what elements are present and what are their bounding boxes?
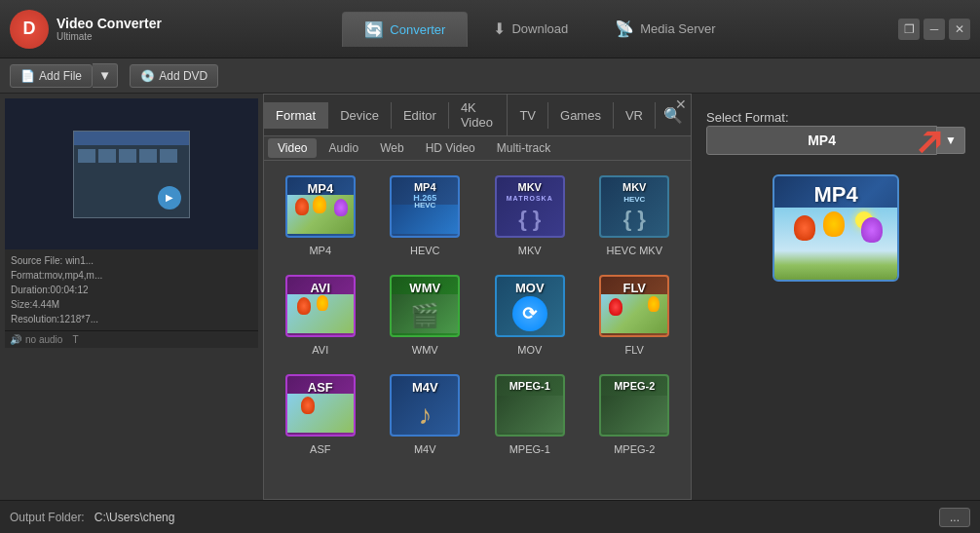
media-server-tab-label: Media Server bbox=[640, 21, 715, 36]
format-label-avi: AVI bbox=[312, 344, 328, 356]
right-panel: Select Format: MP4 ▼ ➔ MP4 bbox=[692, 94, 980, 500]
red-arrow: ➔ bbox=[904, 115, 955, 166]
format-item-hevc-mkv[interactable]: MKV HEVC { } HEVC MKV bbox=[586, 169, 684, 260]
format-item-wmv[interactable]: WMV 🎬 WMV bbox=[377, 268, 474, 360]
add-file-arrow[interactable]: ▼ bbox=[93, 63, 118, 88]
tab-4k-video[interactable]: 4K Video bbox=[449, 95, 509, 135]
format-icon-mpeg2: MPEG-2 bbox=[595, 371, 673, 439]
balloon-1 bbox=[794, 215, 815, 241]
mp4-big-image bbox=[774, 208, 897, 280]
select-format-label: Select Format: bbox=[706, 110, 789, 125]
add-dvd-label: Add DVD bbox=[159, 69, 207, 83]
add-file-icon: 📄 bbox=[20, 69, 35, 83]
title-bar: D Video Converter Ultimate 🔄 Converter ⬇… bbox=[0, 0, 980, 58]
format-label-m4v: M4V bbox=[414, 443, 436, 455]
toolbar: 📄 Add File ▼ 💿 Add DVD bbox=[0, 58, 980, 94]
tab-device[interactable]: Device bbox=[328, 102, 392, 129]
add-dvd-button[interactable]: 💿 Add DVD bbox=[130, 64, 218, 88]
browse-button[interactable]: ... bbox=[939, 508, 970, 527]
file-format: Format:mov,mp4,m... bbox=[11, 268, 252, 283]
format-grid: MP4 MP4 bbox=[272, 169, 683, 459]
subtab-hd-video[interactable]: HD Video bbox=[416, 138, 485, 158]
format-tabs-sub: Video Audio Web HD Video Multi-track bbox=[264, 136, 691, 161]
preview-play-button[interactable]: ▶ bbox=[158, 186, 181, 209]
add-file-label: Add File bbox=[39, 69, 82, 83]
app-title-main: Video Converter bbox=[57, 16, 162, 31]
format-item-mkv[interactable]: MKV MATROSKA { } MKV bbox=[481, 169, 579, 260]
thumb-item-5 bbox=[160, 149, 177, 163]
subtab-web[interactable]: Web bbox=[370, 138, 413, 158]
format-item-m4v[interactable]: M4V ♪ M4V bbox=[377, 367, 474, 459]
format-item-asf[interactable]: ASF ASF bbox=[272, 367, 369, 459]
download-icon: ⬇ bbox=[493, 19, 506, 38]
text-icon: T bbox=[72, 334, 78, 345]
tab-vr[interactable]: VR bbox=[614, 102, 656, 129]
source-file: Source File: win1... bbox=[11, 253, 252, 268]
mp4-big-icon: MP4 bbox=[773, 174, 899, 291]
mp4-big-base: MP4 bbox=[773, 174, 899, 282]
format-label-mp4: MP4 bbox=[309, 245, 331, 256]
converter-icon: 🔄 bbox=[364, 20, 384, 39]
balloon-scene bbox=[774, 208, 897, 280]
subtab-multitrack[interactable]: Multi-track bbox=[487, 138, 560, 158]
tab-format[interactable]: Format bbox=[264, 102, 328, 129]
tab-games[interactable]: Games bbox=[548, 102, 614, 129]
format-item-mp4[interactable]: MP4 MP4 bbox=[272, 169, 369, 260]
nav-tab-media-server[interactable]: 📡 Media Server bbox=[593, 12, 736, 47]
file-resolution: Resolution:1218*7... bbox=[11, 312, 252, 326]
preview-background: ▶ bbox=[5, 98, 258, 249]
format-icon-hevc: MP4 H.265 HEVC bbox=[386, 172, 464, 241]
left-panel: ▶ Source File: win1... Format:mov,mp4,m.… bbox=[0, 94, 263, 500]
format-selector-value: MP4 bbox=[706, 126, 937, 155]
file-size: Size:4.44M bbox=[11, 297, 252, 312]
format-item-avi[interactable]: AVI AVI bbox=[272, 268, 369, 360]
format-item-mpeg2[interactable]: MPEG-2 MPEG-2 bbox=[586, 367, 684, 459]
format-label-flv: FLV bbox=[625, 344, 644, 356]
file-duration: Duration:00:04:12 bbox=[11, 283, 252, 297]
format-item-mov[interactable]: MOV ⟳ MOV bbox=[481, 268, 579, 360]
converter-tab-label: Converter bbox=[390, 22, 445, 37]
output-folder-label: Output Folder: bbox=[10, 511, 85, 524]
thumb-item-1 bbox=[78, 149, 95, 163]
format-panel-close-button[interactable]: ✕ bbox=[675, 96, 687, 112]
format-label-mpeg1: MPEG-1 bbox=[509, 443, 550, 455]
app-title-sub: Ultimate bbox=[57, 31, 162, 42]
balloon-3 bbox=[861, 217, 883, 243]
subtab-audio[interactable]: Audio bbox=[319, 138, 368, 158]
format-icon-mpeg1: MPEG-1 bbox=[491, 371, 569, 439]
minimize-button[interactable]: ─ bbox=[923, 19, 945, 40]
mp4-big-label: MP4 bbox=[774, 176, 897, 208]
main-area: ▶ Source File: win1... Format:mov,mp4,m.… bbox=[0, 94, 980, 500]
preview-win-content bbox=[74, 145, 189, 167]
format-panel: ✕ Format Device Editor 4K Video TV Games… bbox=[263, 94, 692, 500]
media-server-icon: 📡 bbox=[615, 19, 634, 38]
preview-window-thumb: ▶ bbox=[73, 131, 190, 218]
audio-controls: 🔊 no audio T bbox=[5, 330, 258, 348]
format-item-hevc[interactable]: MP4 H.265 HEVC HEVC bbox=[377, 169, 474, 260]
format-label-mpeg2: MPEG-2 bbox=[614, 443, 655, 455]
close-button[interactable]: ✕ bbox=[949, 19, 970, 40]
format-icon-wmv: WMV 🎬 bbox=[386, 272, 464, 340]
format-icon-mp4: MP4 bbox=[282, 172, 359, 241]
tab-editor[interactable]: Editor bbox=[392, 102, 449, 129]
subtab-video[interactable]: Video bbox=[268, 138, 317, 158]
nav-tab-converter[interactable]: 🔄 Converter bbox=[342, 12, 468, 47]
format-icon-asf: ASF bbox=[282, 371, 359, 439]
add-file-button[interactable]: 📄 Add File bbox=[10, 64, 93, 88]
tab-tv[interactable]: TV bbox=[508, 102, 548, 129]
right-panel-inner: Select Format: MP4 ▼ ➔ MP4 bbox=[706, 108, 965, 291]
file-info: Source File: win1... Format:mov,mp4,m...… bbox=[5, 249, 258, 330]
format-label-mkv: MKV bbox=[518, 245, 542, 256]
window-controls: ❐ ─ ✕ bbox=[898, 19, 970, 40]
format-item-mpeg1[interactable]: MPEG-1 MPEG-1 bbox=[481, 367, 579, 459]
format-label-asf: ASF bbox=[310, 443, 330, 455]
output-folder-path: C:\Users\cheng bbox=[94, 511, 175, 524]
app-logo: D bbox=[10, 10, 49, 49]
format-item-flv[interactable]: FLV FLV bbox=[586, 268, 684, 360]
preview-win-titlebar bbox=[74, 132, 189, 145]
format-icon-mkv: MKV MATROSKA { } bbox=[491, 172, 569, 241]
restore-button[interactable]: ❐ bbox=[898, 19, 920, 40]
balloon-2 bbox=[823, 211, 845, 237]
nav-tab-download[interactable]: ⬇ Download bbox=[471, 12, 589, 47]
format-icon-avi: AVI bbox=[282, 272, 359, 340]
